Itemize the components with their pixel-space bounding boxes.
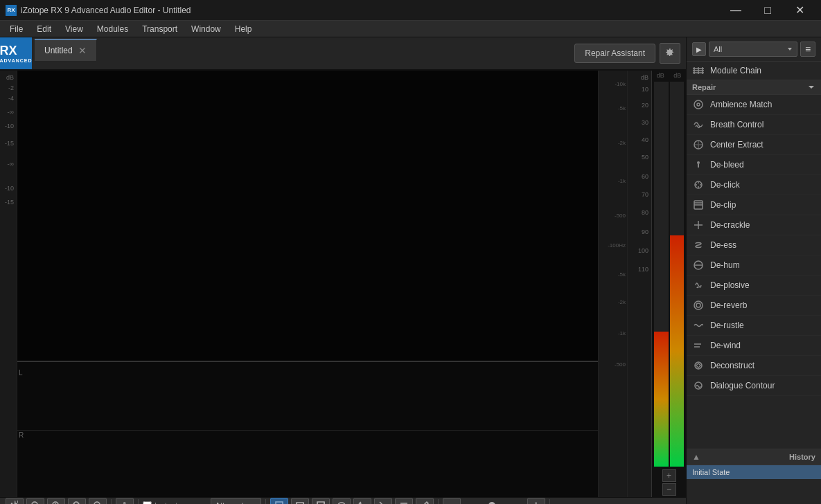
freq-select-button[interactable] <box>312 498 330 504</box>
maximize-button[interactable]: □ <box>752 0 784 21</box>
repair-item-de-rustle[interactable]: De-rustle <box>687 316 821 336</box>
repair-item-de-hum[interactable]: De-hum <box>687 255 821 276</box>
zoom-fit-button[interactable] <box>68 498 86 504</box>
pen-button[interactable] <box>416 498 434 504</box>
repair-assistant-button[interactable]: Repair Assistant <box>574 44 655 63</box>
app-icon: RX <box>6 5 17 16</box>
repair-item-de-wind[interactable]: De-wind <box>687 336 821 356</box>
repair-item-de-reverb[interactable]: De-reverb <box>687 296 821 316</box>
menubar: File Edit View Modules Transport Window … <box>0 21 821 37</box>
menu-file[interactable]: File <box>3 21 30 37</box>
waveform-view[interactable]: L R <box>17 362 598 497</box>
vu-zoom-in-button[interactable]: + <box>662 469 676 482</box>
rdb-10: 10 <box>642 86 648 93</box>
db-label-15: -15 <box>5 140 14 147</box>
instant-process-toggle[interactable]: Instant process <box>143 501 208 505</box>
spectrum-canvas <box>17 71 598 361</box>
history-item-initial[interactable]: Initial State <box>687 465 821 479</box>
de-ess-label: De-ess <box>710 240 736 250</box>
repair-item-breath-control[interactable]: Breath Control <box>687 115 821 135</box>
repair-item-deconstruct[interactable]: Deconstruct <box>687 356 821 376</box>
logo-rx: RX <box>0 44 17 57</box>
menu-modules[interactable]: Modules <box>90 21 135 37</box>
minimize-button[interactable]: — <box>720 0 752 21</box>
vu-db-left-label: dB <box>657 72 664 79</box>
select-tool-button[interactable] <box>270 498 288 504</box>
zoom-out-small-button[interactable]: − <box>443 498 461 504</box>
repair-item-de-click[interactable]: De-click <box>687 175 821 195</box>
rdb-label: dB <box>641 74 648 81</box>
de-clip-icon <box>692 199 705 211</box>
de-bleed-label: De-bleed <box>710 160 744 170</box>
de-rustle-icon <box>692 319 705 332</box>
deconstruct-icon <box>692 359 705 372</box>
repair-header: Repair <box>687 80 821 95</box>
tab-label: Untitled <box>44 46 73 55</box>
lasso-button[interactable] <box>333 498 351 504</box>
panel-play-button[interactable]: ▶ <box>692 42 706 56</box>
close-button[interactable]: ✕ <box>784 0 815 21</box>
tab-untitled[interactable]: Untitled ✕ <box>35 39 97 61</box>
zoom-in-button[interactable] <box>47 498 65 504</box>
repair-item-de-bleed[interactable]: De-bleed <box>687 155 821 175</box>
zoom-in-small-button[interactable]: + <box>527 498 545 504</box>
tab-area: Untitled ✕ <box>32 37 574 69</box>
filter-dropdown[interactable]: All <box>709 42 797 57</box>
rdb-40: 40 <box>642 136 648 143</box>
vu-meters: dB dB + − <box>651 71 686 497</box>
repair-item-ambience-match[interactable]: Ambience Match <box>687 95 821 115</box>
titlebar-title: iZotope RX 9 Advanced Audio Editor - Unt… <box>21 6 191 15</box>
history-collapse-icon[interactable]: ▲ <box>692 452 700 462</box>
db-label-inf: -∞ <box>8 161 14 168</box>
hand-tool-button[interactable] <box>116 498 134 504</box>
vu-top-label: dB dB <box>652 71 686 80</box>
zoom-reset-button[interactable] <box>89 498 107 504</box>
module-chain-row[interactable]: Module Chain <box>687 62 821 80</box>
de-click-label: De-click <box>710 180 740 190</box>
magic-wand-button[interactable] <box>353 498 371 504</box>
attenuate-dropdown[interactable]: Attenuate <box>211 498 261 504</box>
rdb-70: 70 <box>642 191 648 198</box>
spectrum-view[interactable] <box>17 71 598 362</box>
vu-bars-wrap <box>652 80 686 468</box>
menu-view[interactable]: View <box>58 21 90 37</box>
center-extract-icon <box>692 138 705 151</box>
repair-section-label: Repair <box>692 83 716 91</box>
rdb-100: 100 <box>638 247 648 254</box>
menu-window[interactable]: Window <box>184 21 228 37</box>
brush-button[interactable] <box>374 498 392 504</box>
history-initial-state: Initial State <box>692 468 730 476</box>
dialogue-contour-icon <box>692 379 705 392</box>
waveform-view-button[interactable] <box>6 498 24 504</box>
freq-500: -500 <box>615 213 626 219</box>
repair-item-de-plosive[interactable]: De-plosive <box>687 276 821 296</box>
tab-close-icon[interactable]: ✕ <box>78 45 87 56</box>
module-chain-label: Module Chain <box>710 66 761 75</box>
menu-help[interactable]: Help <box>228 21 259 37</box>
zoom-out-button[interactable] <box>26 498 44 504</box>
db-label-4: -4 <box>8 95 14 102</box>
vu-zoom-out-button[interactable]: − <box>662 483 676 496</box>
menu-transport[interactable]: Transport <box>135 21 184 37</box>
rdb-80: 80 <box>642 209 648 216</box>
repair-item-de-clip[interactable]: De-clip <box>687 195 821 215</box>
de-hum-icon <box>692 259 705 271</box>
harmonic-select-button[interactable] <box>395 498 413 504</box>
de-wind-label: De-wind <box>710 341 741 350</box>
waveform-main: L R <box>17 71 598 497</box>
toolbar-sep1 <box>111 499 112 504</box>
logo-advanced: ADVANCED <box>0 58 33 63</box>
menu-edit[interactable]: Edit <box>30 21 58 37</box>
center-extract-label: Center Extract <box>710 140 763 150</box>
repair-item-dialogue-contour[interactable]: Dialogue Contour <box>687 376 821 396</box>
freq-scale: -10k -5k -2k -1k -500 -100Hz -5k -2k -1k… <box>598 71 627 497</box>
repair-item-center-extract[interactable]: Center Extract <box>687 135 821 155</box>
repair-item-de-crackle[interactable]: De-crackle <box>687 215 821 235</box>
settings-icon[interactable] <box>660 43 680 64</box>
instant-process-checkbox[interactable] <box>143 501 152 505</box>
history-label: History <box>789 453 815 461</box>
time-select-button[interactable] <box>291 498 309 504</box>
deconstruct-label: Deconstruct <box>710 361 754 370</box>
panel-menu-button[interactable]: ≡ <box>800 42 815 57</box>
repair-item-de-ess[interactable]: De-ess <box>687 235 821 255</box>
